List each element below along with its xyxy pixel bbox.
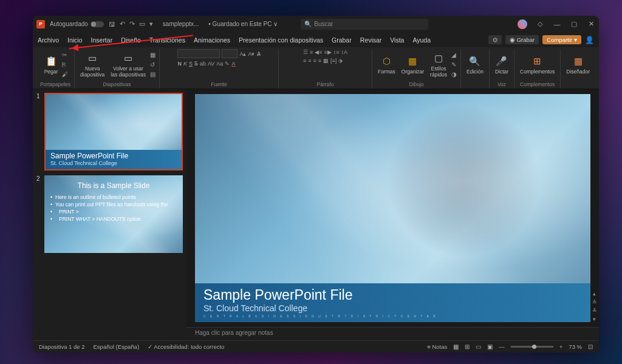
slideshow-icon[interactable]: ▭ — [139, 20, 145, 28]
layout-icon[interactable]: ▦ — [150, 52, 156, 58]
prev-slide-icon[interactable]: ▴ — [593, 291, 596, 297]
record-button[interactable]: ◉ Grabar — [505, 35, 539, 44]
tab-archivo[interactable]: Archivo — [38, 36, 59, 44]
tab-inicio[interactable]: Inicio — [67, 36, 83, 44]
minimize-icon[interactable]: — — [553, 21, 561, 28]
align-center-icon[interactable]: ≡ — [308, 58, 311, 64]
view-slideshow-icon[interactable]: ▣ — [487, 343, 493, 350]
shape-effects-icon[interactable]: ◑ — [451, 71, 457, 78]
share-button[interactable]: Compartir ▾ — [542, 35, 581, 44]
bullets-icon[interactable]: ☰ — [303, 49, 308, 55]
font-size-input[interactable] — [222, 49, 238, 58]
zoom-level[interactable]: 73 % — [569, 343, 582, 350]
zoom-slider[interactable] — [511, 346, 553, 348]
ribbon: 📋Pegar ✂⎘🖌 Portapapeles ▭Nueva diapositi… — [33, 47, 599, 89]
qat-dropdown-icon[interactable]: ▾ — [149, 20, 153, 28]
user-avatar[interactable] — [518, 19, 527, 29]
arrange-button[interactable]: ▦Organizar — [400, 54, 426, 76]
indent-left-icon[interactable]: ◀≡ — [315, 49, 322, 55]
filename[interactable]: samplepptx... — [163, 21, 199, 27]
bold-icon[interactable]: N — [177, 61, 182, 67]
reuse-icon: ▭ — [122, 52, 134, 64]
current-slide[interactable]: Sample PowerPoint File St. Cloud Technic… — [195, 94, 590, 322]
catch-up-button[interactable]: ⊙ — [488, 35, 502, 44]
tab-insertar[interactable]: Insertar — [91, 36, 113, 44]
view-normal-icon[interactable]: ▦ — [453, 343, 459, 350]
spacing-icon[interactable]: AV — [208, 61, 214, 67]
tab-vista[interactable]: Vista — [390, 36, 404, 44]
cut-icon[interactable]: ✂ — [62, 52, 68, 58]
reset-icon[interactable]: ↺ — [150, 61, 156, 68]
designer-button[interactable]: ▦Diseñador — [564, 54, 592, 76]
tab-grabar[interactable]: Grabar — [332, 36, 352, 44]
strikethrough-icon[interactable]: S̶ — [194, 61, 198, 67]
slide-thumbnail-2[interactable]: This is a Sample Slide Here is an outlin… — [44, 175, 183, 253]
format-painter-icon[interactable]: 🖌 — [62, 71, 68, 78]
paste-button[interactable]: 📋Pegar — [43, 54, 60, 76]
autosave-toggle[interactable] — [91, 21, 104, 27]
text-direction-icon[interactable]: ↕A — [341, 49, 348, 55]
shape-fill-icon[interactable]: ◢ — [451, 52, 457, 58]
coming-soon-icon[interactable]: ◇ — [536, 20, 544, 28]
close-icon[interactable]: ✕ — [587, 20, 595, 28]
new-slide-button[interactable]: ▭Nueva diapositiva — [78, 51, 106, 79]
find-icon: 🔍 — [469, 55, 481, 67]
highlight-icon[interactable]: ✎ — [225, 61, 230, 67]
increase-font-icon[interactable]: A▴ — [239, 51, 246, 57]
reuse-slides-button[interactable]: ▭Volver a usar las diapositivas — [109, 51, 148, 79]
underline-icon[interactable]: S — [189, 61, 193, 67]
zoom-out-icon[interactable]: — — [499, 343, 505, 350]
font-family-input[interactable] — [177, 49, 220, 58]
decrease-font-icon[interactable]: A▾ — [248, 51, 255, 57]
view-reading-icon[interactable]: ▭ — [476, 343, 481, 350]
addins-button[interactable]: ⊞Complementos — [518, 54, 556, 76]
arrange-icon: ▦ — [406, 55, 419, 67]
align-text-icon[interactable]: [≡] — [330, 58, 337, 64]
case-icon[interactable]: Aa — [216, 61, 223, 67]
shapes-button[interactable]: ⬡Formas — [376, 54, 397, 76]
scroll-up-icon[interactable]: ≙ — [592, 299, 597, 305]
view-sorter-icon[interactable]: ⊞ — [465, 343, 470, 350]
section-icon[interactable]: ▤ — [150, 71, 156, 78]
align-left-icon[interactable]: ≡ — [303, 58, 306, 64]
shape-outline-icon[interactable]: ✎ — [451, 61, 457, 68]
undo-icon[interactable]: ↶ — [120, 20, 125, 28]
editing-button[interactable]: 🔍Edición — [465, 54, 485, 76]
language-status[interactable]: Español (España) — [94, 343, 140, 350]
accessibility-status[interactable]: ✓ Accesibilidad: todo correcto — [148, 343, 224, 350]
next-slide-icon[interactable]: ▾ — [593, 316, 596, 322]
scroll-down-icon[interactable]: ≚ — [592, 308, 597, 314]
tab-animaciones[interactable]: Animaciones — [194, 36, 230, 44]
numbering-icon[interactable]: ≡ — [310, 49, 313, 55]
quick-styles-button[interactable]: ▢Estilos rápidos — [428, 51, 449, 79]
slide-count[interactable]: Diapositiva 1 de 2 — [39, 343, 85, 350]
notes-placeholder[interactable]: Haga clic para agregar notas — [186, 327, 599, 340]
smartart-icon[interactable]: ⬗ — [338, 58, 343, 64]
dictate-button[interactable]: 🎤Dictar — [493, 54, 510, 76]
tab-presentacion[interactable]: Presentación con diapositivas — [239, 36, 323, 44]
redo-icon[interactable]: ↷ — [129, 20, 135, 28]
tab-revisar[interactable]: Revisar — [360, 36, 382, 44]
maximize-icon[interactable]: ▢ — [570, 20, 578, 28]
italic-icon[interactable]: K — [183, 61, 187, 67]
clear-format-icon[interactable]: A̷ — [257, 51, 261, 57]
ribbon-group-addins: ⊞Complementos Complementos — [514, 49, 561, 89]
zoom-in-icon[interactable]: + — [559, 343, 563, 350]
comments-icon[interactable]: 👤 — [585, 36, 594, 44]
tab-ayuda[interactable]: Ayuda — [412, 36, 431, 44]
save-icon[interactable]: 🖫 — [109, 21, 115, 28]
slide-thumbnail-1[interactable]: Sample PowerPoint File St. Cloud Technic… — [44, 93, 183, 170]
justify-icon[interactable]: ≡ — [318, 58, 321, 64]
line-spacing-icon[interactable]: ↕≡ — [333, 49, 340, 55]
powerpoint-window: P Autoguardado 🖫 ↶ ↷ ▭ ▾ samplepptx... •… — [33, 16, 599, 352]
align-right-icon[interactable]: ≡ — [313, 58, 316, 64]
shadow-icon[interactable]: ab — [200, 61, 206, 67]
font-color-icon[interactable]: A — [231, 61, 235, 67]
notes-toggle[interactable]: ≡ Notas — [427, 343, 447, 350]
copy-icon[interactable]: ⎘ — [62, 61, 68, 68]
fit-window-icon[interactable]: ⊡ — [588, 343, 593, 350]
search-input[interactable]: 🔍 Buscar — [301, 19, 428, 30]
columns-icon[interactable]: ▦ — [323, 58, 329, 64]
indent-right-icon[interactable]: ≡▶ — [324, 49, 332, 55]
saved-status[interactable]: • Guardado en Este PC ∨ — [208, 21, 278, 27]
